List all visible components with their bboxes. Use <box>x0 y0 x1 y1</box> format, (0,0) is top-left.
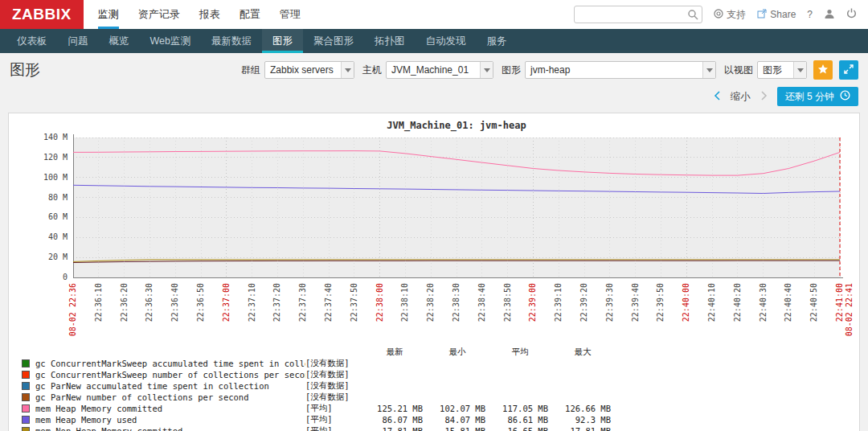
svg-text:22:38:30: 22:38:30 <box>452 283 461 322</box>
clock-icon <box>840 90 850 103</box>
legend-col-header-3: 最大 <box>555 347 617 358</box>
graph-select[interactable]: jvm-heap <box>525 61 716 79</box>
chevron-down-icon <box>480 62 493 78</box>
profile-button[interactable] <box>824 8 835 22</box>
subnav-item-discovery[interactable]: 自动发现 <box>415 29 476 53</box>
svg-text:22:37:10: 22:37:10 <box>248 283 256 322</box>
chevron-right-icon <box>760 91 768 103</box>
graph-svg[interactable]: JVM_Machine_01: jvm-heap020 M40 M60 M80 … <box>12 118 853 342</box>
legend-row: gc ParNew accumulated time spent in coll… <box>22 380 856 391</box>
filter-host: 主机JVM_Machine_01 <box>362 61 493 79</box>
legend-item-label: mem Heap Memory committed <box>35 404 305 413</box>
legend-item-value: 16.65 MB <box>492 426 555 431</box>
chevron-left-icon <box>714 91 721 103</box>
nav-item-configuration[interactable]: 配置 <box>240 0 260 29</box>
subnav-item-services[interactable]: 服务 <box>476 29 517 53</box>
power-icon <box>846 8 857 21</box>
svg-text:40 M: 40 M <box>48 232 68 241</box>
svg-text:22:40:50: 22:40:50 <box>809 283 818 322</box>
svg-text:08-02 22:41: 08-02 22:41 <box>845 283 853 336</box>
main-nav: 监测资产记录报表配置管理 <box>98 0 320 29</box>
support-link[interactable]: 支持 <box>714 8 746 22</box>
subnav-item-maps[interactable]: 拓扑图 <box>364 29 416 53</box>
time-remaining-button[interactable]: 还剩 5 分钟 <box>777 87 858 106</box>
subnav-item-problems[interactable]: 问题 <box>58 29 99 53</box>
time-back-button[interactable] <box>712 89 723 105</box>
svg-text:120 M: 120 M <box>43 153 68 162</box>
legend-item-func: [没有数据] <box>305 369 366 380</box>
svg-text:140 M: 140 M <box>43 133 68 142</box>
legend-item-func: [平均] <box>305 414 366 425</box>
fullscreen-button[interactable] <box>839 60 858 80</box>
subnav-item-screens[interactable]: 聚合图形 <box>303 29 364 53</box>
svg-text:22:39:40: 22:39:40 <box>631 283 640 322</box>
subnav-item-latest-data[interactable]: 最新数据 <box>201 29 262 53</box>
host-select[interactable]: JVM_Machine_01 <box>386 61 493 79</box>
share-link[interactable]: Share <box>757 9 796 21</box>
svg-text:100 M: 100 M <box>43 173 68 182</box>
subnav-item-dashboard[interactable]: 仪表板 <box>6 29 58 53</box>
legend-header-row: 最新最小平均最大 <box>22 347 856 357</box>
legend-item-label: mem Non-Heap Memory committed <box>35 426 305 431</box>
favourites-button[interactable] <box>813 60 833 80</box>
svg-text:22:36:10: 22:36:10 <box>94 283 103 322</box>
subnav-item-overview[interactable]: 概览 <box>99 29 140 53</box>
legend-item-value: 15.81 MB <box>429 426 492 431</box>
share-label: Share <box>770 9 796 20</box>
legend-item-value: 102.07 MB <box>429 404 492 413</box>
svg-text:22:39:50: 22:39:50 <box>656 283 665 322</box>
time-forward-button[interactable] <box>759 89 769 105</box>
svg-text:22:40:10: 22:40:10 <box>707 283 716 322</box>
legend-item-func: [平均] <box>305 403 366 414</box>
filter-label-host: 主机 <box>362 64 382 77</box>
nav-item-administration[interactable]: 管理 <box>280 0 301 29</box>
legend-item-func: [平均] <box>305 425 366 431</box>
subnav-item-web[interactable]: Web监测 <box>140 29 201 53</box>
legend-item-value: 17.81 MB <box>555 426 617 431</box>
time-remaining-label: 还剩 5 分钟 <box>785 90 834 104</box>
view-as-select[interactable]: 图形 <box>757 61 807 79</box>
sub-nav: 仪表板问题概览Web监测最新数据图形聚合图形拓扑图自动发现服务 <box>0 29 868 53</box>
search-input[interactable] <box>575 6 702 23</box>
legend-color-swatch <box>22 416 30 424</box>
legend-item-label: gc ParNew accumulated time spent in coll… <box>35 381 305 391</box>
svg-text:22:40:00: 22:40:00 <box>682 283 690 322</box>
nav-item-reports[interactable]: 报表 <box>199 0 220 29</box>
legend-col-header-1: 最小 <box>429 347 492 358</box>
svg-text:22:39:00: 22:39:00 <box>528 283 537 322</box>
legend-item-label: gc ParNew number of collections per seco… <box>35 392 305 402</box>
user-icon <box>824 8 835 22</box>
zoom-out-button[interactable]: 缩小 <box>731 90 751 104</box>
legend-row: gc ConcurrentMarkSweep number of collect… <box>22 369 856 380</box>
graph-panel: JVM_Machine_01: jvm-heap020 M40 M60 M80 … <box>8 113 860 431</box>
svg-text:22:40:30: 22:40:30 <box>759 283 768 322</box>
fullscreen-icon <box>844 64 854 76</box>
legend-row: mem Non-Heap Memory committed[平均]17.81 M… <box>22 425 856 431</box>
logout-button[interactable] <box>846 8 857 21</box>
zabbix-logo[interactable]: ZABBIX <box>0 0 84 29</box>
legend-col-header-2: 平均 <box>492 347 555 358</box>
group-select-value: Zabbix servers <box>265 64 341 76</box>
graph-select-value: jvm-heap <box>526 64 702 76</box>
top-header: ZABBIX 监测资产记录报表配置管理 支持 Share ? <box>0 0 868 29</box>
legend-color-swatch <box>22 427 30 431</box>
subnav-item-graphs[interactable]: 图形 <box>262 29 303 53</box>
legend-row: gc ParNew number of collections per seco… <box>22 392 856 402</box>
legend-item-value: 117.05 MB <box>492 404 555 413</box>
legend-item-value: 125.21 MB <box>366 404 429 413</box>
group-select[interactable]: Zabbix servers <box>264 61 354 79</box>
legend-color-swatch <box>22 371 30 379</box>
legend-item-value: 126.66 MB <box>555 404 617 413</box>
search-icon[interactable] <box>687 9 698 23</box>
filters-wrap: 群组Zabbix servers主机JVM_Machine_01图形jvm-he… <box>241 60 858 80</box>
legend-item-func: [没有数据] <box>305 358 366 369</box>
svg-text:22:38:40: 22:38:40 <box>477 283 486 322</box>
search-box[interactable] <box>574 6 702 23</box>
legend-item-value: 86.07 MB <box>366 415 429 425</box>
svg-text:22:37:20: 22:37:20 <box>272 283 281 322</box>
nav-item-monitoring[interactable]: 监测 <box>98 0 119 29</box>
help-link[interactable]: ? <box>807 9 813 20</box>
nav-item-inventory[interactable]: 资产记录 <box>138 0 180 29</box>
svg-text:22:36:40: 22:36:40 <box>170 283 179 322</box>
legend-item-label: gc ConcurrentMarkSweep accumulated time … <box>35 359 305 368</box>
